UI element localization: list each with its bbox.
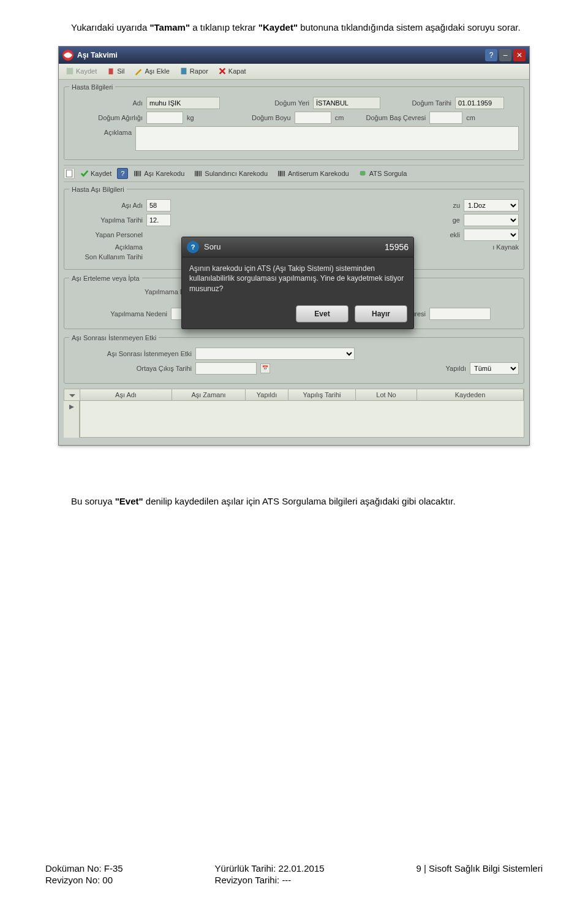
dogum-tarihi-label: Doğum Tarihi xyxy=(384,99,451,107)
dogum-tarihi-field xyxy=(455,97,504,109)
dogum-agirligi-label: Doğum Ağırlığı xyxy=(69,114,143,121)
question-icon: ? xyxy=(187,241,199,253)
yururluk-tarihi: Yürürlük Tarihi: 22.01.2015 xyxy=(215,863,325,874)
etki-fieldset: Aşı Sonrası İstenmeyen Etki Aşı Sonrası … xyxy=(64,334,524,384)
revizyon-no: Revizyon No: 00 xyxy=(45,875,123,885)
barcode-icon xyxy=(134,169,142,178)
etki-label: Aşı Sonrası İstenmeyen Etki xyxy=(69,350,192,357)
revizyon-tarihi: Revizyon Tarihi: --- xyxy=(215,875,325,885)
aciklama-textarea[interactable] xyxy=(135,126,519,151)
asi-karekodu-button[interactable]: Aşı Karekodu xyxy=(129,167,189,180)
kaynak-label: ı Kaynak xyxy=(482,243,519,251)
save-icon xyxy=(66,67,74,75)
col-lot-no[interactable]: Lot No xyxy=(356,389,417,400)
ekli-select[interactable] xyxy=(464,229,519,241)
dogum-bas-label: Doğum Baş Çevresi xyxy=(347,114,426,121)
col-yapilis-tarihi[interactable]: Yapılış Tarihi xyxy=(288,389,356,400)
calendar-icon[interactable]: 📅 xyxy=(260,364,270,373)
adi-label: Adı xyxy=(69,99,143,107)
asi-legend: Hasta Aşı Bilgileri xyxy=(69,186,127,193)
yapildi-select[interactable]: Tümü xyxy=(470,362,519,375)
hayir-button[interactable]: Hayır xyxy=(355,305,407,322)
col-asi-adi[interactable]: Aşı Adı xyxy=(80,389,172,400)
sil-button[interactable]: Sil xyxy=(102,65,129,77)
kaydet2-button[interactable]: Kaydet xyxy=(76,167,116,180)
ortaya-label: Ortaya Çıkış Tarihi xyxy=(69,365,192,372)
ortaya-tarih-field[interactable] xyxy=(195,362,257,375)
grid-expand-icon[interactable] xyxy=(64,401,80,438)
svg-rect-0 xyxy=(67,68,74,75)
search-db-icon xyxy=(359,169,368,178)
dogum-bas-field[interactable] xyxy=(429,112,462,124)
dialog-id: 15956 xyxy=(385,242,409,252)
help-icon[interactable]: ? xyxy=(485,49,497,61)
aciklama-label: Açıklama xyxy=(69,126,132,136)
yapilmama-nedeni-label: Yapılmama Nedeni xyxy=(69,310,167,318)
sulandirici-karekodu-button[interactable]: Sulandırıcı Karekodu xyxy=(190,167,272,180)
doz-select[interactable]: 1.Doz xyxy=(464,199,519,211)
ats-sorgula-button[interactable]: ATS Sorgula xyxy=(355,167,412,180)
dogum-yeri-label: Doğum Yeri xyxy=(224,99,309,107)
grid-tools-icon[interactable] xyxy=(64,389,80,400)
svg-rect-3 xyxy=(66,170,72,177)
dialog-body: Aşının karekodu için ATS (Aşı Takip Sist… xyxy=(182,257,413,300)
adi-field xyxy=(146,97,220,109)
new-icon[interactable] xyxy=(64,168,75,179)
asi-adi-field[interactable] xyxy=(146,199,171,211)
delete-icon xyxy=(107,67,115,75)
dokuman-no: Doküman No: F-35 xyxy=(45,863,123,874)
zu-label: zu xyxy=(442,202,460,209)
close-icon[interactable]: ✕ xyxy=(513,49,526,61)
antiserum-karekodu-button[interactable]: Antiserum Karekodu xyxy=(273,167,353,180)
vaccines-grid: Aşı Adı Aşı Zamanı Yapıldı Yapılış Tarih… xyxy=(64,389,524,438)
dogum-yeri-field xyxy=(313,97,380,109)
etki-select[interactable] xyxy=(195,348,355,360)
erteleme-suresi-field[interactable] xyxy=(429,308,491,320)
yapan-personel-label: Yapan Personel xyxy=(69,231,143,238)
dogum-boyu-label: Doğum Boyu xyxy=(198,114,291,121)
dialog-titlebar: ? Soru 15956 xyxy=(182,237,413,257)
barcode3-icon xyxy=(277,169,286,178)
rapor-button[interactable]: Rapor xyxy=(175,65,213,77)
erteleme-legend: Aşı Erteleme veya İpta xyxy=(69,275,142,282)
svg-rect-2 xyxy=(181,68,186,75)
secondary-toolbar: Kaydet ? Aşı Karekodu Sulandırıcı Kareko… xyxy=(64,165,524,182)
intro-paragraph-1: Yukarıdaki uyarıda "Tamam" a tıklanıp te… xyxy=(45,21,543,35)
syringe-icon xyxy=(134,67,143,75)
yapilma-tarihi-field[interactable] xyxy=(146,214,171,226)
page-footer: Doküman No: F-35 Revizyon No: 00 Yürürlü… xyxy=(0,863,588,885)
etki-legend: Aşı Sonrası İstenmeyen Etki xyxy=(69,334,159,341)
asi-aciklama-label: Açıklama xyxy=(69,243,143,251)
app-logo-icon xyxy=(62,50,74,61)
col-kaydeden[interactable]: Kaydeden xyxy=(417,389,524,400)
hasta-legend: Hasta Bilgileri xyxy=(69,83,115,91)
dogum-boyu-field[interactable] xyxy=(295,112,331,124)
check-icon xyxy=(80,169,89,178)
kg-unit: kg xyxy=(187,114,194,121)
sayfa-info: 9 | Sisoft Sağlık Bilgi Sistemleri xyxy=(417,863,543,874)
window-title: Aşı Takvimi xyxy=(77,51,118,59)
ge-select[interactable] xyxy=(464,214,519,226)
kapat-button[interactable]: Kapat xyxy=(214,65,251,77)
asi-ekle-button[interactable]: Aşı Ekle xyxy=(130,65,173,77)
window-titlebar: Aşı Takvimi ? – ✕ xyxy=(59,47,529,64)
minimize-icon[interactable]: – xyxy=(499,49,511,61)
kaydet-button[interactable]: Kaydet xyxy=(61,65,101,77)
hasta-bilgileri-fieldset: Hasta Bilgileri Adı Doğum Yeri Doğum Tar… xyxy=(64,83,524,160)
col-asi-zamani[interactable]: Aşı Zamanı xyxy=(172,389,246,400)
ge-label: ge xyxy=(442,216,460,224)
help2-icon[interactable]: ? xyxy=(117,168,128,179)
cm-unit-2: cm xyxy=(466,114,475,121)
yapildi-label: Yapıldı xyxy=(435,365,466,372)
svg-rect-1 xyxy=(109,69,113,75)
col-yapildi[interactable]: Yapıldı xyxy=(246,389,288,400)
close-x-icon xyxy=(218,67,227,75)
evet-button[interactable]: Evet xyxy=(296,305,349,322)
intro-paragraph-2: Bu soruya "Evet" denilip kaydedilen aşıl… xyxy=(45,495,543,509)
app-window: Aşı Takvimi ? – ✕ Kaydet Sil Aşı Ekle xyxy=(58,46,530,446)
confirm-dialog: ? Soru 15956 Aşının karekodu için ATS (A… xyxy=(181,237,414,329)
main-toolbar: Kaydet Sil Aşı Ekle Rapor Kapat xyxy=(59,64,529,80)
son-kullanim-label: Son Kullanım Tarihi xyxy=(69,253,143,261)
barcode2-icon xyxy=(194,169,203,178)
dogum-agirligi-field[interactable] xyxy=(146,112,183,124)
